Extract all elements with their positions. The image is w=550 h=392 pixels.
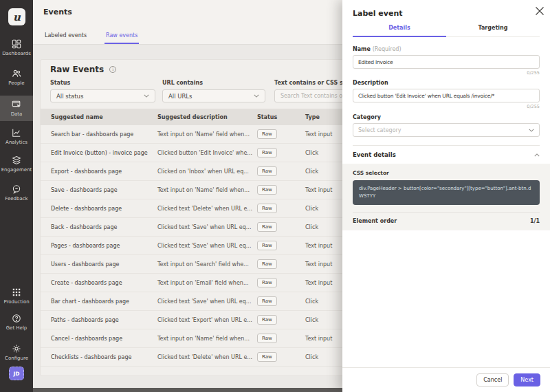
feedback-icon — [12, 184, 21, 194]
sidebar-item-label: Analytics — [6, 140, 28, 145]
name-field[interactable] — [353, 55, 540, 69]
sidebar-item-label: Get Help — [6, 325, 28, 331]
status-filter-select[interactable]: All status — [50, 89, 155, 102]
row-suggested-name: Users - dashboards page — [51, 261, 157, 268]
sidebar-item-label: Data — [11, 111, 23, 117]
cancel-button[interactable]: Cancel — [476, 373, 509, 386]
tab-raw-events[interactable]: Raw events — [104, 32, 139, 44]
category-select[interactable]: Select category — [353, 123, 540, 137]
row-suggested-name: Export - dashboards page — [51, 168, 157, 175]
category-label: Category — [353, 114, 540, 120]
chevron-down-icon — [254, 94, 259, 98]
sidebar-item-data[interactable]: Data — [0, 96, 33, 121]
next-button[interactable]: Next — [514, 373, 540, 386]
row-suggested-description: Clicked button 'Edit Invoice' whe... — [157, 150, 257, 156]
element-order-value: 1/1 — [530, 218, 540, 224]
row-suggested-description: Clicked text 'Delete' when URL e... — [157, 354, 257, 360]
chevron-up-icon — [534, 153, 540, 157]
url-filter-select[interactable]: All URLs — [162, 89, 265, 102]
status-filter-label: Status — [50, 80, 70, 86]
sidebar-item-production[interactable]: Production — [0, 287, 33, 305]
status-badge[interactable]: Raw — [257, 241, 277, 250]
event-details-header[interactable]: Event details — [353, 146, 540, 164]
row-suggested-description: Text input on 'Search' field whe... — [157, 261, 257, 268]
logo-glyph: u — [13, 11, 21, 23]
tab-targeting[interactable]: Targeting — [446, 25, 540, 36]
sidebar-item-get-help[interactable]: Get Help — [0, 314, 33, 331]
tab-labeled-events[interactable]: Labeled events — [43, 32, 88, 44]
status-badge[interactable]: Raw — [257, 129, 277, 139]
status-badge[interactable]: Raw — [257, 352, 277, 362]
description-label: Description — [353, 80, 540, 86]
sidebar-item-configure[interactable]: Configure — [0, 344, 33, 361]
page-title: Events — [43, 8, 72, 17]
sidebar-item-label: Feedback — [5, 196, 28, 202]
help-icon — [12, 314, 21, 323]
status-badge[interactable]: Raw — [257, 278, 277, 287]
close-icon[interactable] — [534, 6, 545, 17]
tab-details[interactable]: Details — [353, 25, 446, 37]
chevron-down-icon — [529, 129, 534, 132]
category-placeholder: Select category — [358, 127, 402, 133]
sidebar-item-feedback[interactable]: Feedback — [0, 184, 33, 202]
sidebar-item-label: Engagement — [1, 167, 32, 173]
status-badge[interactable]: Raw — [257, 148, 277, 157]
production-icon — [12, 287, 21, 297]
col-status: Status — [257, 114, 305, 120]
app-logo[interactable]: u — [8, 8, 25, 25]
panel-footer: Cancel Next — [342, 367, 550, 392]
row-suggested-name: Delete - dashboards page — [51, 206, 157, 212]
chevron-down-icon — [144, 94, 149, 98]
panel-tabs: Details Targeting — [353, 25, 540, 37]
status-badge[interactable]: Raw — [257, 334, 277, 343]
gear-icon — [12, 344, 21, 353]
avatar[interactable]: JD — [9, 367, 24, 380]
row-suggested-description: Clicked text 'Delete' when URL e... — [157, 206, 257, 212]
sidebar-item-label: People — [8, 80, 24, 86]
css-selector-label: CSS selector — [353, 170, 540, 176]
sidebar-item-people[interactable]: People — [0, 69, 33, 86]
status-badge[interactable]: Raw — [257, 166, 277, 176]
required-hint: (Required) — [373, 46, 402, 52]
status-badge[interactable]: Raw — [257, 204, 277, 213]
row-suggested-description: Text input on 'Name' field when... — [157, 187, 257, 193]
card-title: Raw Events — [50, 65, 104, 74]
row-suggested-description: Clicked text 'Save' when URL eq... — [157, 224, 257, 230]
event-details-heading: Event details — [353, 151, 396, 158]
element-order-row: Element order 1/1 — [353, 212, 540, 230]
row-suggested-name: Checklists - dashboards page — [51, 354, 157, 360]
sidebar-item-engagement[interactable]: Engagement — [0, 155, 33, 173]
row-suggested-name: Back - dashboards page — [51, 224, 157, 230]
status-badge[interactable]: Raw — [257, 296, 277, 306]
status-badge[interactable]: Raw — [257, 259, 277, 269]
url-filter-label: URL contains — [162, 80, 203, 86]
row-suggested-name: Bar chart - dashboards page — [51, 298, 157, 305]
css-selector-value: div.PageHeader > button[color="secondary… — [353, 180, 540, 205]
engagement-icon — [12, 155, 21, 165]
row-suggested-name: Save - dashboards page — [51, 187, 157, 193]
row-suggested-name: Paths - dashboards page — [51, 317, 157, 323]
row-suggested-description: Clicked text 'Export' when URL e... — [157, 317, 257, 323]
avatar-initials: JD — [13, 371, 19, 377]
row-suggested-name: Create - dashboards page — [51, 280, 157, 286]
name-label: Name (Required) — [353, 46, 540, 52]
status-badge[interactable]: Raw — [257, 222, 277, 232]
row-suggested-name: Search bar - dashboards page — [51, 131, 157, 138]
row-suggested-name: Edit Invoice (button) - invoice page — [51, 150, 157, 156]
info-icon[interactable]: i — [109, 66, 116, 73]
event-details-section: CSS selector div.PageHeader > button[col… — [342, 164, 550, 230]
status-filter-value: All status — [56, 93, 83, 100]
status-badge[interactable]: Raw — [257, 315, 277, 325]
col-suggested-description: Suggested description — [157, 114, 257, 120]
element-order-label: Element order — [353, 218, 397, 224]
sidebar-item-dashboards[interactable]: Dashboards — [0, 39, 33, 56]
status-badge[interactable]: Raw — [257, 185, 277, 195]
sidebar-item-label: Configure — [5, 356, 28, 361]
row-suggested-description: Clicked on 'Inbox' when URL eq... — [157, 168, 257, 175]
sidebar-item-label: Production — [3, 299, 29, 305]
description-field[interactable] — [353, 89, 540, 102]
sidebar-item-analytics[interactable]: Analytics — [0, 128, 33, 145]
sidebar-item-label: Dashboards — [2, 51, 31, 56]
sidebar: u Dashboards People Data Analytics Engag… — [0, 0, 33, 392]
people-icon — [12, 69, 21, 78]
